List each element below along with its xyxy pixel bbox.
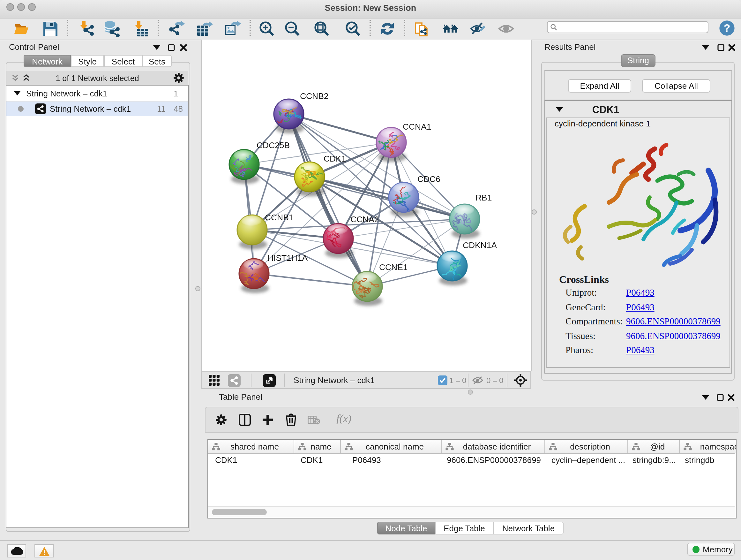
svg-text:CDC25B: CDC25B <box>257 140 290 150</box>
svg-text:CDK1: CDK1 <box>324 154 346 164</box>
svg-text:CCNB1: CCNB1 <box>265 212 293 222</box>
svg-text:HIST1H1A: HIST1H1A <box>267 253 308 263</box>
svg-text:CCNE1: CCNE1 <box>379 262 408 272</box>
svg-text:?: ? <box>724 22 731 34</box>
svg-text:CCNB2: CCNB2 <box>300 91 328 101</box>
svg-text:RB1: RB1 <box>475 193 492 202</box>
svg-text:CCNA1: CCNA1 <box>403 122 431 132</box>
svg-text:CCNA2: CCNA2 <box>350 214 379 224</box>
svg-text:CDC6: CDC6 <box>417 174 441 184</box>
svg-text:CDKN1A: CDKN1A <box>463 240 497 250</box>
